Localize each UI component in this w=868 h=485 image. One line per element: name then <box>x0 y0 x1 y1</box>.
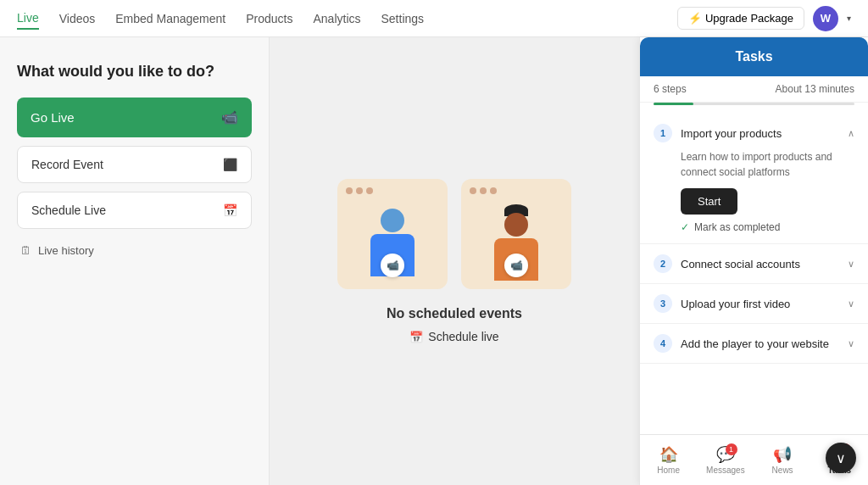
task-num-2: 2 <box>654 254 672 273</box>
nav-videos[interactable]: Videos <box>59 8 96 29</box>
task-item-left-4: 4 Add the player to your website <box>654 334 829 353</box>
tasks-progress-fill <box>654 103 693 105</box>
nav-right: ⚡ Upgrade Package W ▾ <box>677 6 851 31</box>
task-item-3[interactable]: 3 Upload your first video ∨ <box>640 284 868 324</box>
upgrade-label: Upgrade Package <box>705 12 793 25</box>
mark-complete-label: Mark as completed <box>694 221 780 233</box>
task-label-2: Connect social accounts <box>681 258 800 270</box>
bottom-nav-messages[interactable]: 💬 Messages 1 <box>697 440 754 480</box>
top-navigation: Live Videos Embed Management Products An… <box>0 0 868 37</box>
nav-products[interactable]: Products <box>246 8 292 29</box>
lightning-icon: ⚡ <box>688 12 702 25</box>
chevron-down-icon-4: ∨ <box>848 338 854 349</box>
home-label: Home <box>657 465 680 475</box>
record-event-label: Record Event <box>31 158 103 171</box>
history-icon: 🗓 <box>20 244 31 257</box>
avatar[interactable]: W <box>813 6 838 31</box>
tasks-steps: 6 steps <box>654 83 687 95</box>
task-item-left-1: 1 Import your products <box>654 124 782 142</box>
tasks-header: Tasks <box>640 37 868 76</box>
nav-live[interactable]: Live <box>17 8 39 30</box>
news-label: News <box>772 465 793 475</box>
schedule-live-center-link[interactable]: 📅 Schedule live <box>409 330 498 343</box>
fab-button[interactable]: ∨ <box>826 443 856 473</box>
messages-label: Messages <box>706 465 745 475</box>
calendar-small-icon: 📅 <box>409 331 423 343</box>
nav-embed-management[interactable]: Embed Management <box>115 8 225 29</box>
go-live-label: Go Live <box>31 110 75 125</box>
chevron-down-icon-3: ∨ <box>848 298 854 309</box>
task-item-4[interactable]: 4 Add the player to your website ∨ <box>640 324 868 364</box>
task-num-3: 3 <box>654 294 672 313</box>
person-head-1 <box>381 209 404 232</box>
go-live-button[interactable]: Go Live 📹 <box>17 98 252 137</box>
tasks-time: About 13 minutes <box>776 83 854 95</box>
task-label-3: Upload your first video <box>681 298 790 310</box>
nav-settings[interactable]: Settings <box>381 8 425 29</box>
card-dots-1 <box>346 187 373 194</box>
live-history-link[interactable]: 🗓 Live history <box>17 237 252 264</box>
tasks-body: 1 Import your products ∧ Learn how to im… <box>640 107 868 434</box>
no-events-title: No scheduled events <box>387 306 522 321</box>
illustration-card-1: 📹 <box>337 179 448 289</box>
center-panel: 📹 📹 No scheduled events 📅 Schedule live <box>270 37 639 485</box>
start-button[interactable]: Start <box>681 188 737 215</box>
card-dots-2 <box>470 187 497 194</box>
chevron-down-icon[interactable]: ▾ <box>847 14 851 23</box>
illustration-card-2: 📹 <box>461 179 571 289</box>
video-badge-1: 📹 <box>381 254 404 277</box>
task-item-1[interactable]: 1 Import your products ∧ Learn how to im… <box>640 114 868 244</box>
record-event-button[interactable]: Record Event ⬛ <box>17 146 252 183</box>
panel-title: What would you like to do? <box>17 63 252 81</box>
chevron-down-icon-2: ∨ <box>848 259 854 270</box>
checkmark-icon: ✓ <box>681 221 689 233</box>
task-item-header-3: 3 Upload your first video ∨ <box>654 294 854 313</box>
tasks-meta: 6 steps About 13 minutes <box>640 76 868 103</box>
task-num-4: 4 <box>654 334 672 353</box>
bottom-nav-home[interactable]: 🏠 Home <box>640 440 697 480</box>
task-item-header-4: 4 Add the player to your website ∨ <box>654 334 854 353</box>
chevron-down-fab-icon: ∨ <box>836 450 846 466</box>
task-label-4: Add the player to your website <box>681 337 829 350</box>
nav-analytics[interactable]: Analytics <box>313 8 360 29</box>
record-icon: ⬛ <box>223 158 237 171</box>
upgrade-button[interactable]: ⚡ Upgrade Package <box>677 7 804 30</box>
video-badge-2: 📹 <box>504 254 528 277</box>
schedule-live-center-label: Schedule live <box>428 330 498 343</box>
chevron-up-icon-1: ∧ <box>848 128 854 139</box>
bottom-nav-news[interactable]: 📢 News <box>754 440 811 480</box>
task-description-1: Learn how to import products and connect… <box>681 149 854 180</box>
schedule-live-label: Schedule Live <box>31 203 106 217</box>
tasks-panel: Tasks 6 steps About 13 minutes 1 Import … <box>639 37 868 485</box>
mark-complete-1[interactable]: ✓ Mark as completed <box>681 221 854 233</box>
task-item-header-2: 2 Connect social accounts ∨ <box>654 254 854 273</box>
schedule-live-button[interactable]: Schedule Live 📅 <box>17 192 252 229</box>
task-item-left-2: 2 Connect social accounts <box>654 254 800 273</box>
main-content: What would you like to do? Go Live 📹 Rec… <box>0 37 868 485</box>
task-item-left-3: 3 Upload your first video <box>654 294 790 313</box>
task-num-1: 1 <box>654 124 672 142</box>
home-icon: 🏠 <box>659 445 678 464</box>
task-item-header-1: 1 Import your products ∧ <box>654 124 854 142</box>
calendar-icon: 📅 <box>223 203 237 217</box>
person-head-2 <box>504 213 528 237</box>
illustration: 📹 📹 <box>337 179 571 289</box>
tasks-progress-bar <box>654 103 854 105</box>
task-item-2[interactable]: 2 Connect social accounts ∨ <box>640 244 868 284</box>
news-icon: 📢 <box>773 445 792 464</box>
task-label-1: Import your products <box>681 127 782 140</box>
messages-badge: 1 <box>726 443 737 455</box>
left-panel: What would you like to do? Go Live 📹 Rec… <box>0 37 270 485</box>
live-history-label: Live history <box>38 244 94 257</box>
camera-icon: 📹 <box>221 109 238 125</box>
